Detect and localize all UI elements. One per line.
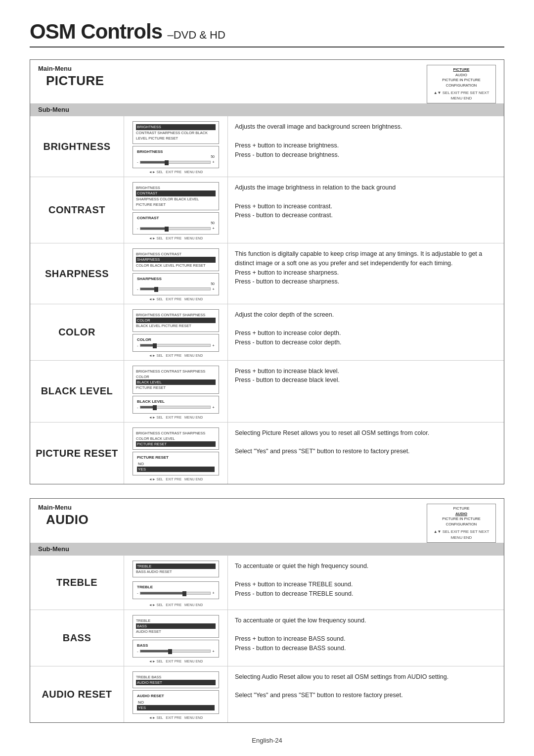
treble-menu-screen: TREBLE BASS AUDIO RESET (133, 561, 219, 578)
contrast-thumb (165, 227, 169, 232)
picture-reset-row: PICTURE RESET BRIGHTNESS CONTRAST SHARPN… (30, 422, 504, 484)
bass-thumb (168, 649, 172, 654)
treble-bar (140, 592, 211, 595)
contrast-plus: + (212, 226, 215, 231)
treble-thumb (182, 591, 186, 596)
brightness-menu-item-0: BRIGHTNESS (136, 124, 216, 130)
picture-top-menu: PICTURE AUDIO PICTURE IN PICTURE CONFIGU… (427, 65, 496, 103)
audio-reset-select-screen: AUDIO RESET NO YES (133, 690, 219, 714)
picture-reset-menu-item-1: CONTRAST (161, 431, 181, 435)
picture-submenu-bar: Sub-Menu (30, 103, 504, 116)
brightness-label: BRIGHTNESS (43, 141, 110, 152)
top-menu-audio: AUDIO (430, 73, 492, 78)
sharpness-slider-area: SHARPNESS 50 - + (133, 273, 219, 295)
color-menu-list: BRIGHTNESS CONTRAST SHARPNESS COLOR BLAC… (136, 312, 216, 329)
black-level-slider-label: BLACK LEVEL (137, 399, 215, 404)
treble-minus: - (137, 591, 138, 595)
black-level-menu-item-1: CONTRAST (161, 369, 181, 374)
brightness-plus: + (212, 160, 215, 164)
color-menu-screen: BRIGHTNESS CONTRAST SHARPNESS COLOR BLAC… (133, 309, 219, 332)
bass-plus: + (212, 649, 215, 654)
color-minus: - (137, 343, 138, 348)
picture-reset-screen-col: BRIGHTNESS CONTRAST SHARPNESS COLOR BLAC… (124, 423, 228, 484)
color-label-col: COLOR (30, 304, 124, 360)
sharpness-menu-item-3: COLOR (136, 263, 149, 268)
contrast-menu-item-4: BLACK LEVEL (174, 197, 199, 201)
contrast-label-col: CONTRAST (30, 177, 124, 243)
sharpness-plus: + (212, 287, 215, 291)
color-thumb (153, 343, 157, 348)
sharpness-menu-item-1: CONTRAST (161, 252, 181, 256)
treble-slider-area: TREBLE - + (133, 581, 219, 599)
contrast-slider-track: - + (137, 226, 215, 231)
sharpness-slider-label: SHARPNESS (137, 277, 215, 281)
treble-fill (140, 592, 182, 594)
audio-top-menu: PICTURE AUDIO PICTURE IN PICTURE CONFIGU… (427, 504, 496, 542)
sharpness-fill (140, 288, 154, 290)
picture-section-header: Main-Menu PICTURE PICTURE AUDIO PICTURE … (30, 60, 504, 103)
color-label: COLOR (58, 327, 95, 338)
picture-reset-option-no: NO (137, 461, 215, 467)
audio-main-menu-label: Main-Menu (38, 504, 96, 511)
picture-reset-menu-item-3: COLOR (136, 436, 149, 441)
audio-reset-desc: Selecting Audio Reset allow you to reset… (228, 666, 504, 723)
color-slider-label: COLOR (137, 337, 215, 342)
black-level-menu-item-3: COLOR (136, 375, 149, 379)
brightness-slider-nav: ◄► SEL EXIT PRE MENU END (149, 170, 203, 174)
sharpness-label-col: SHARPNESS (30, 243, 124, 304)
bass-menu-item-1: BASS (136, 623, 216, 629)
sharpness-slider-nav: ◄► SEL EXIT PRE MENU END (149, 297, 203, 301)
picture-reset-option-yes: YES (137, 467, 215, 472)
audio-reset-menu-item-2: AUDIO RESET (136, 680, 216, 685)
picture-top-nav: ▲▼ SEL EXIT PRE SET NEXT MENU END (430, 90, 492, 101)
brightness-label-col: BRIGHTNESS (30, 116, 124, 177)
picture-menu-title: PICTURE (38, 72, 112, 91)
top-menu-config: CONFIGURATION (430, 83, 492, 89)
brightness-thumb (165, 160, 169, 165)
audio-reset-row: AUDIO RESET TREBLE BASS AUDIO RESET AUDI… (30, 666, 504, 723)
sharpness-menu-item-0: BRIGHTNESS (136, 252, 160, 256)
footer: English-24 (30, 737, 504, 744)
treble-slider-track: - + (137, 591, 215, 595)
audio-reset-menu-screen: TREBLE BASS AUDIO RESET (133, 671, 219, 689)
black-level-plus: + (212, 405, 215, 410)
picture-reset-select-screen: PICTURE RESET NO YES (133, 452, 219, 475)
color-desc: Adjust the color depth of the screen. Pr… (228, 304, 504, 360)
contrast-minus: - (137, 226, 138, 231)
black-level-screen-col: BRIGHTNESS CONTRAST SHARPNESS COLOR BLAC… (124, 361, 228, 422)
audio-reset-select-label: AUDIO RESET (137, 694, 215, 698)
treble-menu-item-0: TREBLE (136, 564, 216, 569)
color-plus: + (212, 343, 215, 348)
sharpness-bar (140, 287, 211, 290)
sharpness-menu-item-5: PICTURE RESET (176, 263, 206, 268)
picture-reset-menu-item-4: BLACK LEVEL (150, 436, 175, 441)
treble-menu-item-1: BASS (136, 569, 146, 574)
contrast-desc: Adjusts the image brightness in relation… (228, 177, 504, 243)
bass-bar (140, 650, 211, 653)
sharpness-thumb (154, 287, 158, 292)
audio-section: Main-Menu AUDIO PICTURE AUDIO PICTURE IN… (30, 498, 504, 723)
black-level-slider-nav: ◄► SEL EXIT PRE MENU END (149, 416, 203, 419)
contrast-slider-value: 50 (137, 221, 215, 225)
audio-top-menu-config: CONFIGURATION (430, 522, 492, 527)
audio-reset-option-no: NO (137, 700, 215, 705)
treble-label: TREBLE (56, 577, 97, 588)
picture-reset-menu-item-5: PICTURE RESET (136, 441, 216, 447)
bass-row: BASS TREBLE BASS AUDIO RESET BASS - (30, 610, 504, 666)
sharpness-row: SHARPNESS BRIGHTNESS CONTRAST SHARPNESS … (30, 243, 504, 304)
picture-reset-label-col: PICTURE RESET (30, 423, 124, 484)
black-level-menu-item-2: SHARPNESS (182, 369, 205, 374)
contrast-menu-item-3: COLOR (160, 197, 173, 201)
color-screen-col: BRIGHTNESS CONTRAST SHARPNESS COLOR BLAC… (124, 304, 228, 360)
sharpness-menu-screen: BRIGHTNESS CONTRAST SHARPNESS COLOR BLAC… (133, 248, 219, 271)
bass-slider-nav: ◄► SEL EXIT PRE MENU END (149, 660, 203, 663)
contrast-row: CONTRAST BRIGHTNESS CONTRAST SHARPNESS C… (30, 177, 504, 243)
bass-slider-label: BASS (137, 643, 215, 648)
contrast-screen-col: BRIGHTNESS CONTRAST SHARPNESS COLOR BLAC… (124, 177, 228, 243)
color-fill (140, 344, 153, 346)
black-level-fill (140, 406, 153, 408)
top-menu-pip: PICTURE IN PICTURE (430, 78, 492, 83)
treble-row: TREBLE TREBLE BASS AUDIO RESET TREBLE - (30, 555, 504, 610)
contrast-menu-item-0: BRIGHTNESS (136, 186, 160, 190)
brightness-menu-item-1: CONTRAST (136, 131, 156, 135)
